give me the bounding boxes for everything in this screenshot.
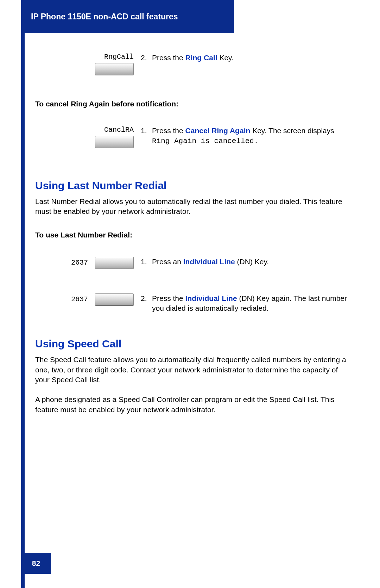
step-number: 1. (141, 126, 152, 147)
step-number: 2. (141, 53, 152, 63)
step-text: 1. Press an Individual Line (DN) Key. (141, 257, 348, 267)
key-label-canclra: CanclRA (104, 126, 134, 134)
text-post: Key. (217, 54, 234, 62)
key-label-2637b: 2637 (71, 295, 88, 303)
text-mono: Ring Again is cancelled. (152, 137, 258, 145)
step-body: Press the Cancel Ring Again Key. The scr… (152, 126, 348, 147)
body-text-redial: Last Number Redial allows you to automat… (35, 197, 348, 217)
step-body: Press the Individual Line (DN) Key again… (152, 293, 348, 314)
text-blue: Individual Line (185, 294, 237, 302)
step-body: Press an Individual Line (DN) Key. (152, 257, 348, 267)
key-visual: CanclRA (35, 126, 141, 148)
text-blue: Cancel Ring Again (185, 126, 251, 135)
step-text: 1. Press the Cancel Ring Again Key. The … (141, 126, 348, 147)
text-blue: Individual Line (183, 258, 235, 266)
key-label-rngcall: RngCall (104, 53, 134, 61)
softkey-button (95, 293, 134, 305)
step-body: Press the Ring Call Key. (152, 53, 348, 63)
step-text: 2. Press the Individual Line (DN) Key ag… (141, 293, 348, 314)
page-number: 82 (32, 559, 40, 568)
section-heading-redial: Using Last Number Redial (35, 180, 348, 192)
step-text: 2. Press the Ring Call Key. (141, 53, 348, 63)
softkey-button (95, 257, 134, 269)
softkey-button (95, 63, 134, 75)
key-visual: RngCall (35, 53, 141, 75)
page-header: IP Phone 1150E non-ACD call features (21, 0, 234, 33)
body-text-speed2: A phone designated as a Speed Call Contr… (35, 395, 348, 415)
document-page: IP Phone 1150E non-ACD call features Rng… (0, 0, 380, 588)
text-blue: Ring Call (185, 54, 217, 62)
text-post: (DN) Key. (235, 258, 269, 266)
key-visual: 2637 (35, 257, 141, 269)
step-dn1: 2637 1. Press an Individual Line (DN) Ke… (35, 257, 348, 269)
step-dn2: 2637 2. Press the Individual Line (DN) K… (35, 293, 348, 314)
content-area: RngCall 2. Press the Ring Call Key. To c… (35, 42, 348, 415)
step-ringcall: RngCall 2. Press the Ring Call Key. (35, 53, 348, 75)
sub-heading-redial: To use Last Number Redial: (35, 231, 348, 239)
text-pre: Press the (152, 294, 185, 302)
section-heading-speed: Using Speed Call (35, 338, 348, 350)
header-title: IP Phone 1150E non-ACD call features (31, 12, 178, 21)
text-mid: Key. The screen displays (250, 126, 334, 135)
key-visual: 2637 (35, 293, 141, 305)
softkey-button (95, 136, 134, 148)
page-number-box: 82 (21, 553, 51, 574)
sub-heading-cancel: To cancel Ring Again before notification… (35, 100, 348, 108)
key-label-2637a: 2637 (71, 259, 88, 267)
left-stripe (21, 0, 25, 588)
text-pre: Press the (152, 54, 185, 62)
body-text-speed1: The Speed Call feature allows you to aut… (35, 355, 348, 385)
step-number: 2. (141, 293, 152, 314)
step-cancelra: CanclRA 1. Press the Cancel Ring Again K… (35, 126, 348, 148)
step-number: 1. (141, 257, 152, 267)
text-pre: Press the (152, 126, 185, 135)
text-pre: Press an (152, 258, 183, 266)
